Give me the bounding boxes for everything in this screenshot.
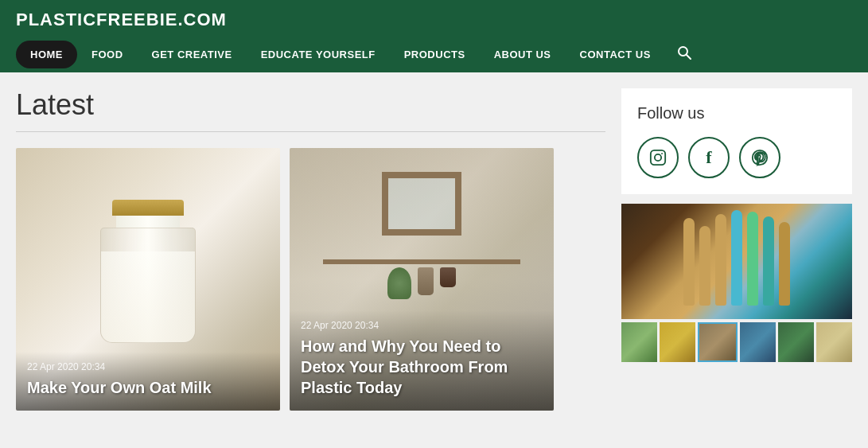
thumb-3[interactable] [698, 322, 737, 362]
spoon-blue [731, 210, 742, 306]
shelf-vase-2 [440, 267, 456, 287]
follow-title: Follow us [637, 104, 836, 123]
facebook-icon: f [706, 147, 711, 168]
article-2-title: How and Why You Need to Detox Your Bathr… [301, 336, 543, 398]
photo-main[interactable] [621, 204, 852, 319]
shelf-board [323, 259, 520, 264]
article-1-overlay: 22 Apr 2020 20:34 Make Your Own Oat Milk [16, 352, 280, 411]
nav-item-about-us[interactable]: ABOUT US [480, 41, 566, 68]
thumb-4[interactable] [740, 322, 776, 362]
instagram-button[interactable] [637, 137, 679, 178]
follow-section: Follow us f [621, 88, 852, 194]
content-area: Latest 22 Apr 2020 20:34 Make Your Own [16, 88, 605, 411]
nav-item-home[interactable]: HOME [16, 41, 77, 68]
spoon-3 [715, 214, 726, 306]
pinterest-button[interactable] [739, 137, 780, 178]
svg-line-1 [687, 55, 691, 59]
article-1-date: 22 Apr 2020 20:34 [27, 361, 269, 372]
shelf-plant [387, 267, 411, 299]
spoon-2 [699, 226, 710, 306]
main-container: Latest 22 Apr 2020 20:34 Make Your Own [0, 72, 868, 427]
article-2-date: 22 Apr 2020 20:34 [301, 320, 543, 331]
nav-item-products[interactable]: PRODUCTS [390, 41, 480, 68]
social-icons: f [637, 137, 836, 178]
jar-lid [112, 200, 184, 216]
mirror-frame [382, 172, 461, 236]
svg-rect-2 [651, 150, 665, 165]
thumb-6[interactable] [816, 322, 852, 362]
nav-bar: HOME FOOD GET CREATIVE EDUCATE YOURSELF … [16, 37, 852, 72]
spoon-1 [683, 218, 695, 306]
nav-item-educate-yourself[interactable]: EDUCATE YOURSELF [247, 41, 390, 68]
spoon-green [747, 212, 758, 306]
photo-grid-section [621, 204, 852, 362]
article-1-title: Make Your Own Oat Milk [27, 377, 269, 398]
article-2-overlay: 22 Apr 2020 20:34 How and Why You Need t… [290, 310, 554, 411]
sidebar: Follow us f [621, 88, 852, 411]
shelf-vase [418, 267, 434, 295]
spoon-teal [763, 216, 774, 306]
search-icon[interactable] [665, 37, 703, 72]
jar-milk [101, 251, 195, 342]
article-card-1[interactable]: 22 Apr 2020 20:34 Make Your Own Oat Milk [16, 148, 280, 411]
facebook-button[interactable]: f [688, 137, 730, 178]
divider [16, 131, 605, 132]
nav-item-contact-us[interactable]: CONTACT US [566, 41, 665, 68]
thumb-5[interactable] [778, 322, 814, 362]
jar-illustration [100, 200, 196, 343]
jar-neck [116, 216, 180, 228]
site-title: PLASTICFREEBIE.COM [16, 10, 852, 37]
spoons-illustration [675, 210, 798, 314]
spoon-4 [779, 222, 790, 306]
jar-body [100, 228, 196, 343]
article-card-2[interactable]: 22 Apr 2020 20:34 How and Why You Need t… [290, 148, 554, 411]
thumb-2[interactable] [660, 322, 695, 362]
thumb-1[interactable] [621, 322, 657, 362]
site-header: PLASTICFREEBIE.COM HOME FOOD GET CREATIV… [0, 0, 868, 72]
nav-item-get-creative[interactable]: GET CREATIVE [138, 41, 247, 68]
photo-thumbs [621, 322, 852, 362]
shelf-items [306, 267, 538, 299]
latest-heading: Latest [16, 88, 605, 122]
articles-grid: 22 Apr 2020 20:34 Make Your Own Oat Milk [16, 148, 605, 411]
nav-item-food[interactable]: FOOD [77, 41, 138, 68]
svg-point-4 [661, 153, 663, 154]
svg-point-3 [655, 154, 661, 161]
